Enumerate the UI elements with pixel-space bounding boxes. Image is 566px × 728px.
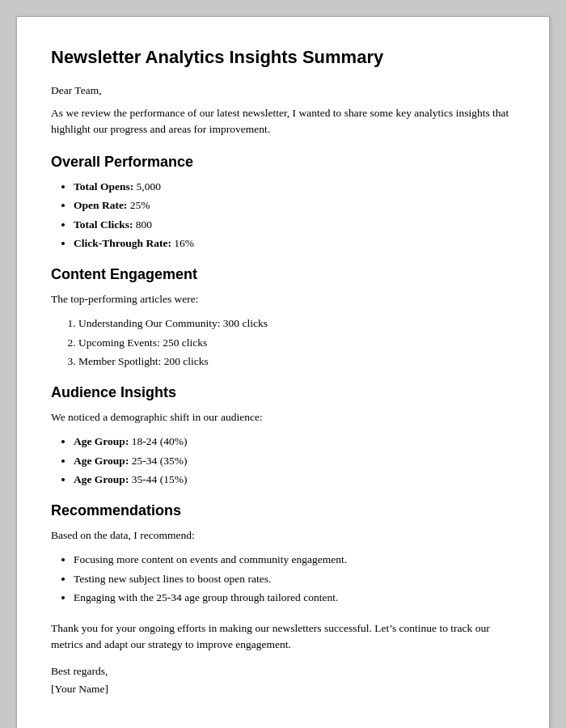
age-group-value: 18-24 (40%)	[132, 435, 188, 447]
document-container: Newsletter Analytics Insights Summary De…	[16, 16, 550, 728]
recommendations-heading: Recommendations	[51, 502, 515, 519]
sign-name-text: [Your Name]	[51, 683, 515, 696]
content-engagement-heading: Content Engagement	[51, 266, 515, 283]
section-overall-performance: Overall Performance Total Opens: 5,000 O…	[51, 154, 515, 252]
metric-label: Click-Through Rate:	[74, 237, 171, 249]
intro-text: As we review the performance of our late…	[51, 105, 515, 138]
articles-list: Understanding Our Community: 300 clicks …	[51, 315, 515, 370]
list-item: Total Opens: 5,000	[74, 179, 515, 195]
content-engagement-intro: The top-performing articles were:	[51, 291, 515, 307]
list-item: Understanding Our Community: 300 clicks	[78, 315, 515, 332]
recommendations-list: Focusing more content on events and comm…	[51, 552, 515, 606]
metric-value: 16%	[174, 237, 194, 249]
list-item: Open Rate: 25%	[74, 197, 515, 214]
list-item: Age Group: 35-44 (15%)	[74, 472, 515, 488]
greeting-text: Dear Team,	[51, 84, 515, 97]
age-group-label: Age Group:	[74, 435, 129, 447]
recommendations-intro: Based on the data, I recommend:	[51, 527, 515, 544]
section-recommendations: Recommendations Based on the data, I rec…	[51, 502, 515, 606]
list-item: Testing new subject lines to boost open …	[74, 571, 515, 587]
metric-value: 5,000	[137, 180, 161, 193]
section-content-engagement: Content Engagement The top-performing ar…	[51, 266, 515, 370]
audience-groups-list: Age Group: 18-24 (40%) Age Group: 25-34 …	[51, 434, 515, 488]
document-title: Newsletter Analytics Insights Summary	[51, 46, 515, 70]
metric-value: 25%	[130, 199, 150, 211]
audience-insights-heading: Audience Insights	[51, 384, 515, 401]
overall-performance-list: Total Opens: 5,000 Open Rate: 25% Total …	[51, 179, 515, 252]
closing-text: Thank you for your ongoing efforts in ma…	[51, 620, 515, 654]
list-item: Age Group: 25-34 (35%)	[74, 453, 515, 469]
list-item: Click-Through Rate: 16%	[74, 235, 515, 252]
overall-performance-heading: Overall Performance	[51, 154, 515, 171]
list-item: Engaging with the 25-34 age group throug…	[74, 590, 515, 606]
list-item: Focusing more content on events and comm…	[74, 552, 515, 568]
sign-off-text: Best regards,	[51, 665, 515, 678]
list-item: Member Spotlight: 200 clicks	[78, 353, 515, 370]
age-group-value: 25-34 (35%)	[132, 455, 188, 467]
list-item: Total Clicks: 800	[74, 217, 515, 233]
audience-insights-intro: We noticed a demographic shift in our au…	[51, 409, 515, 425]
section-audience-insights: Audience Insights We noticed a demograph…	[51, 384, 515, 488]
metric-label: Total Clicks:	[74, 218, 133, 231]
metric-value: 800	[136, 218, 152, 231]
list-item: Upcoming Events: 250 clicks	[78, 335, 515, 351]
metric-label: Total Opens:	[74, 180, 133, 193]
age-group-label: Age Group:	[74, 455, 129, 467]
age-group-value: 35-44 (15%)	[132, 473, 188, 485]
list-item: Age Group: 18-24 (40%)	[74, 434, 515, 450]
age-group-label: Age Group:	[74, 473, 129, 485]
metric-label: Open Rate:	[74, 199, 127, 211]
